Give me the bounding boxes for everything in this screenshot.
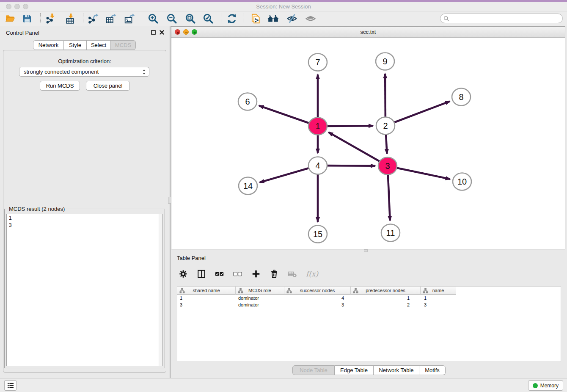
tab-node-table[interactable]: Node Table	[292, 365, 335, 375]
zoom-in-icon[interactable]	[146, 12, 161, 25]
edge-1-6[interactable]	[259, 106, 310, 124]
node-14[interactable]: 14	[239, 177, 257, 195]
memory-button[interactable]: Memory	[528, 380, 563, 391]
first-neighbors-icon[interactable]	[266, 12, 281, 25]
deselect-all-icon[interactable]	[231, 268, 244, 280]
node-8[interactable]: 8	[452, 88, 471, 106]
column-type-icon	[286, 288, 292, 293]
mcds-result-title: MCDS result (2 nodes)	[8, 206, 66, 212]
run-mcds-button[interactable]: Run MCDS	[40, 81, 80, 91]
node-15[interactable]: 15	[308, 226, 327, 243]
show-columns-icon[interactable]	[195, 268, 208, 280]
zoom-fit-icon[interactable]	[183, 12, 198, 25]
mcds-result-text: 1 3	[7, 214, 162, 229]
select-all-icon[interactable]	[213, 268, 226, 280]
duplicate-network-icon[interactable]	[248, 12, 263, 25]
node-11[interactable]: 11	[381, 224, 400, 242]
add-icon[interactable]	[250, 268, 262, 280]
status-bar: Memory	[0, 378, 567, 392]
edge-3-1[interactable]	[328, 132, 380, 162]
import-network-icon[interactable]	[43, 12, 58, 25]
zoom-selected-icon[interactable]	[201, 12, 216, 25]
tab-motifs[interactable]: Motifs	[419, 365, 446, 375]
node-9[interactable]: 9	[376, 53, 394, 70]
network-window-title: scc.txt	[171, 29, 565, 35]
node-label: 11	[386, 228, 395, 237]
node-3[interactable]: 3	[378, 157, 397, 175]
table-cell[interactable]: 3	[284, 301, 351, 308]
table-cell[interactable]: 4	[284, 295, 351, 301]
mcds-result-scrollbar[interactable]	[159, 214, 162, 366]
tab-mcds[interactable]: MCDS	[111, 40, 136, 50]
close-panel-icon[interactable]	[160, 30, 164, 35]
node-2[interactable]: 2	[376, 117, 395, 135]
node-7[interactable]: 7	[308, 54, 327, 71]
table-cell[interactable]: 3	[421, 301, 456, 308]
application-window: Session: New Session	[0, 0, 567, 392]
search-box[interactable]	[440, 14, 563, 23]
node-6[interactable]: 6	[238, 93, 257, 110]
edge-2-3[interactable]	[386, 134, 387, 154]
column-header-name[interactable]: name	[421, 287, 456, 295]
table-panel-title: Table Panel	[177, 255, 206, 261]
horizontal-splitter-handle[interactable]	[364, 249, 368, 252]
node-4[interactable]: 4	[308, 157, 327, 174]
tab-network[interactable]: Network	[33, 40, 64, 50]
network-window: scc.txt 1234678910111415	[171, 26, 565, 249]
zoom-out-icon[interactable]	[164, 12, 179, 25]
search-input[interactable]	[449, 16, 562, 22]
tab-select[interactable]: Select	[87, 40, 111, 50]
network-graph[interactable]: 1234678910111415	[171, 38, 565, 249]
mcds-result-area[interactable]: 1 3	[6, 214, 163, 366]
table-cell[interactable]: dominator	[236, 301, 284, 308]
function-builder-icon[interactable]: f(x)	[304, 268, 320, 280]
table-row[interactable]: 3dominator323	[177, 301, 561, 308]
search-icon	[443, 16, 449, 22]
export-table-icon[interactable]	[103, 12, 118, 25]
table-row[interactable]: 1dominator411	[177, 295, 561, 301]
edge-1-2[interactable]	[326, 126, 373, 126]
export-image-icon[interactable]	[122, 12, 137, 25]
edge-4-3[interactable]	[326, 166, 375, 166]
table-panel: Table Panel	[171, 253, 567, 378]
main-titlebar[interactable]: Session: New Session	[0, 2, 567, 11]
import-table-icon[interactable]	[63, 12, 78, 25]
apply-layout-icon[interactable]	[224, 12, 239, 25]
table-cell[interactable]: 2	[351, 301, 421, 308]
tab-network-table[interactable]: Network Table	[374, 365, 419, 375]
edge-2-9[interactable]	[385, 74, 385, 118]
table-cell[interactable]: dominator	[236, 295, 284, 301]
open-session-icon[interactable]	[3, 12, 18, 25]
table-settings-icon[interactable]	[177, 268, 190, 280]
delete-table-icon[interactable]	[286, 268, 299, 280]
float-panel-icon[interactable]	[151, 30, 156, 35]
table-cell[interactable]: 1	[177, 295, 236, 301]
export-network-icon[interactable]	[85, 12, 101, 25]
tab-style[interactable]: Style	[64, 40, 87, 50]
edge-3-10[interactable]	[396, 168, 450, 179]
tab-edge-table[interactable]: Edge Table	[335, 365, 374, 375]
edge-4-14[interactable]	[260, 168, 310, 182]
column-header-shared-name[interactable]: shared name	[177, 287, 236, 295]
table-cell[interactable]: 1	[351, 295, 421, 301]
control-panel-title: Control Panel	[6, 30, 39, 36]
delete-icon[interactable]	[268, 268, 281, 280]
close-panel-button[interactable]: Close panel	[86, 81, 130, 91]
node-10[interactable]: 10	[453, 173, 471, 190]
table-cell[interactable]: 3	[177, 301, 236, 308]
network-canvas[interactable]: 1234678910111415	[171, 38, 565, 249]
table-cell[interactable]: 1	[421, 295, 456, 301]
column-header-successor-nodes[interactable]: successor nodes	[284, 287, 351, 295]
node-1[interactable]: 1	[308, 118, 327, 135]
edge-2-8[interactable]	[393, 101, 450, 123]
optimization-criterion-select[interactable]: strongly connected component	[19, 67, 149, 77]
column-header-MCDS-role[interactable]: MCDS role	[236, 287, 284, 295]
mcds-result-box: MCDS result (2 nodes) 1 3	[4, 206, 165, 368]
hide-selected-icon[interactable]	[284, 12, 300, 25]
edge-3-11[interactable]	[388, 174, 390, 221]
network-window-titlebar[interactable]: scc.txt	[171, 27, 565, 38]
column-header-predecessor-nodes[interactable]: predecessor nodes	[351, 287, 421, 295]
task-history-button[interactable]	[4, 380, 17, 391]
show-hidden-icon[interactable]	[303, 12, 318, 25]
save-session-icon[interactable]	[19, 12, 35, 25]
